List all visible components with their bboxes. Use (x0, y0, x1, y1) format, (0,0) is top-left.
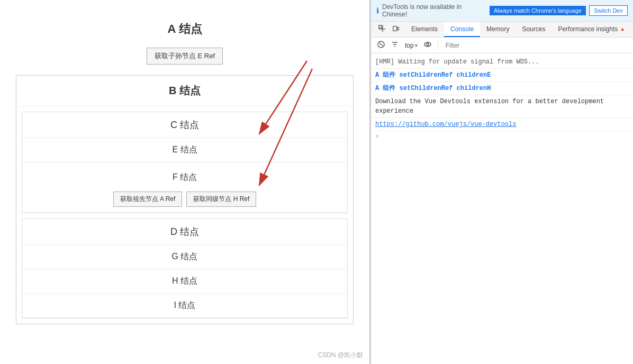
node-h-title: H 结点 (22, 269, 347, 294)
perf-badge: ▲ (620, 26, 625, 32)
btn-get-sibling-ref[interactable]: 获取同级节点 H Ref (186, 192, 256, 207)
node-e-title: E 结点 (22, 138, 347, 162)
node-c-title: C 结点 (22, 112, 347, 138)
inspect-icon-btn[interactable] (376, 24, 388, 35)
tab-elements[interactable]: Elements (405, 22, 444, 37)
node-c-container: C 结点 E 结点 F 结点 获取祖先节点 A Ref 获取同级节点 H Ref (22, 112, 348, 213)
node-f-container: F 结点 获取祖先节点 A Ref 获取同级节点 H Ref (22, 162, 347, 213)
node-d-container: D 结点 G 结点 H 结点 I 结点 (22, 219, 348, 319)
console-expand-arrow[interactable]: › (371, 131, 633, 142)
devtools-link[interactable]: https://github.com/vuejs/vue-devtools (375, 120, 516, 129)
info-icon: ℹ (376, 6, 379, 15)
web-panel: A 结点 获取子孙节点 E Ref B 结点 C 结点 E 结点 F 结点 获取… (0, 0, 370, 364)
chevron-down-icon: ▾ (415, 43, 418, 48)
hmr-text: [HMR] Waiting for update signal from WDS… (375, 57, 539, 67)
tab-sources[interactable]: Sources (516, 22, 551, 37)
node-g-title: G 结点 (22, 245, 347, 269)
eye-icon-btn[interactable] (422, 40, 433, 51)
device-toolbar-btn[interactable] (390, 24, 402, 35)
clear-console-btn[interactable] (375, 40, 387, 51)
devtools-panel: ℹ DevTools is now available in Chinese! … (370, 0, 633, 364)
ref-h-text: A 组件 setChildrenRef childrenH (375, 84, 491, 93)
filter-input[interactable] (442, 41, 629, 50)
always-match-btn[interactable]: Always match Chrome's language (490, 6, 586, 15)
node-b-container: B 结点 C 结点 E 结点 F 结点 获取祖先节点 A Ref 获取同级节点 … (16, 75, 354, 324)
svg-rect-4 (379, 25, 382, 28)
download-text: Download the Vue Devtools extension for … (375, 97, 629, 116)
devtools-toolbar: top ▾ (371, 38, 633, 53)
node-i-title: I 结点 (22, 294, 347, 318)
console-output: [HMR] Waiting for update signal from WDS… (371, 53, 633, 364)
svg-rect-8 (397, 27, 399, 30)
svg-point-15 (427, 43, 429, 46)
watermark: CSDN @凯小默 (318, 351, 363, 360)
notification-text: DevTools is now available in Chinese! (382, 3, 486, 18)
tab-performance[interactable]: Performance insights ▲ (551, 22, 631, 37)
btn-get-ancestor-ref[interactable]: 获取祖先节点 A Ref (113, 192, 183, 207)
console-line-download: Download the Vue Devtools extension for … (371, 95, 633, 118)
devtools-notification: ℹ DevTools is now available in Chinese! … (371, 0, 633, 22)
node-f-title: F 结点 (28, 168, 342, 187)
node-b-title: B 结点 (16, 76, 353, 106)
filter-toggle-btn[interactable] (389, 40, 401, 51)
node-d-title: D 结点 (22, 219, 347, 245)
toolbar-separator (438, 41, 438, 50)
context-selector[interactable]: top ▾ (403, 41, 420, 50)
tab-memory[interactable]: Memory (480, 22, 516, 37)
svg-point-14 (424, 42, 431, 47)
web-content: A 结点 获取子孙节点 E Ref B 结点 C 结点 E 结点 F 结点 获取… (0, 0, 369, 340)
node-a-title: A 结点 (11, 11, 359, 48)
btn-get-child-ref[interactable]: 获取子孙节点 E Ref (147, 48, 223, 65)
node-f-buttons: 获取祖先节点 A Ref 获取同级节点 H Ref (28, 192, 342, 207)
switch-dev-btn[interactable]: Switch Dev (589, 5, 628, 16)
console-line-link: https://github.com/vuejs/vue-devtools (371, 118, 633, 131)
console-line-ref-h: A 组件 setChildrenRef childrenH (371, 82, 633, 95)
console-line-hmr: [HMR] Waiting for update signal from WDS… (371, 56, 633, 69)
tab-icons (373, 22, 405, 37)
devtools-tabs: Elements Console Memory Sources Performa… (371, 22, 633, 38)
console-line-ref-e: A 组件 setChildrenRef childrenE (371, 69, 633, 82)
svg-line-10 (379, 43, 383, 46)
ref-e-text: A 组件 setChildrenRef childrenE (375, 70, 491, 80)
svg-rect-7 (393, 26, 397, 31)
tab-console[interactable]: Console (444, 22, 480, 37)
